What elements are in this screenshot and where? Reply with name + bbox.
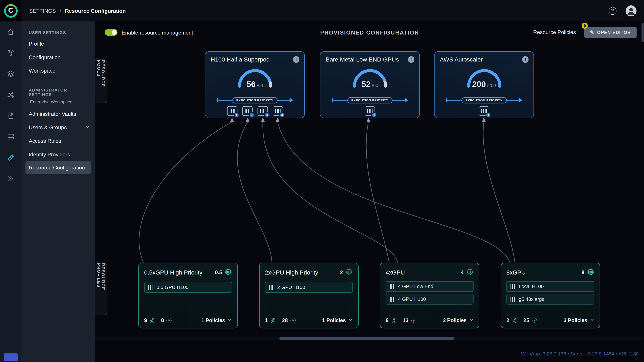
app-logo[interactable]: C [0, 0, 21, 21]
policies-dropdown[interactable]: 3 Policies [564, 318, 594, 323]
pool-card-h100[interactable]: H100 Half a Superpod i 56 /64 EXECUTION … [205, 51, 305, 118]
policies-dropdown[interactable]: 1 Policies [202, 318, 232, 323]
profile-gpu-count: 8 [582, 268, 594, 277]
pool-card-bare-metal[interactable]: Bare Metal Low END GPUs i 52 /60 EXECUTI… [320, 51, 420, 118]
pending-jobs-icon [410, 317, 417, 324]
queue-item[interactable]: 4 GPU Low End [386, 281, 474, 292]
reports-icon[interactable] [6, 112, 15, 120]
running-count: 1 [265, 317, 268, 324]
priority-badge: 1 [371, 112, 377, 118]
breadcrumb-separator: / [60, 7, 61, 14]
breadcrumb-settings[interactable]: SETTINGS [29, 7, 56, 14]
profile-slot-1[interactable]: 1 [227, 106, 237, 116]
queue-item[interactable]: 0.5 GPU H100 [144, 282, 232, 293]
queue-item[interactable]: g5.48xlarge [506, 294, 594, 305]
gpu-icon [510, 297, 515, 302]
gpu-chip-icon [466, 268, 474, 277]
queue-item[interactable]: 2 GPU H100 [265, 282, 353, 293]
sidebar-item-configuration[interactable]: Configuration [21, 50, 95, 64]
pool-used-count: 56 [246, 80, 256, 89]
gpu-icon [275, 109, 280, 113]
gpu-icon [230, 109, 235, 113]
gpu-icon [510, 284, 515, 289]
profile-card-4xgpu[interactable]: 4xGPU 4 4 GPU Low End 4 GPU H100 8 [380, 263, 479, 328]
datasets-icon[interactable] [6, 70, 15, 78]
pool-usage-gauge: 56 /64 [234, 65, 276, 88]
resource-policies-link[interactable]: Resource Policies [533, 29, 576, 35]
profile-name: 0.5xGPU High Priority [144, 269, 202, 276]
profile-slot-3[interactable]: 3 [257, 106, 268, 116]
settings-sidebar: USER SETTINGS Profile Configuration Work… [21, 21, 95, 362]
pool-usage-gauge: 52 /60 [349, 65, 390, 88]
gpu-icon [269, 285, 274, 290]
chevron-down-icon [590, 318, 594, 323]
applications-icon[interactable] [6, 153, 15, 162]
getting-started-icon[interactable] [6, 174, 15, 183]
models-icon[interactable] [6, 49, 15, 57]
gpu-chip-icon [587, 268, 594, 277]
arrow-right-icon [405, 98, 408, 102]
vertical-scrollbar[interactable] [642, 23, 644, 42]
home-icon[interactable] [6, 28, 15, 36]
pool-title: H100 Half a Superpod [211, 56, 299, 63]
rail-bottom-tile[interactable] [4, 354, 18, 361]
queues-icon[interactable] [6, 133, 15, 141]
running-jobs-icon [270, 317, 276, 324]
pool-used-count: 200 [472, 80, 486, 89]
sidebar-item-users-groups[interactable]: Users & Groups [21, 121, 95, 134]
queue-item[interactable]: 4 GPU H100 [386, 294, 474, 305]
profile-card-8xgpu[interactable]: 8xGPU 8 Local H100 g5.48xlarge 2 [500, 263, 600, 328]
sidebar-divider [26, 82, 91, 82]
open-editor-button[interactable]: ✎ OPEN EDITOR [584, 27, 636, 38]
help-icon[interactable]: ? [608, 7, 616, 14]
info-icon[interactable]: i [293, 56, 299, 63]
horizontal-scrollbar[interactable] [279, 337, 454, 340]
sidebar-item-profile[interactable]: Profile [21, 37, 95, 50]
gpu-chip-icon [225, 268, 232, 277]
pending-jobs-icon [290, 317, 296, 324]
info-icon[interactable]: i [408, 56, 414, 63]
resource-profiles-label: RESOURCE PROFILES [95, 263, 107, 315]
profile-card-2xgpu[interactable]: 2xGPU High Priority 2 2 GPU H100 1 28 [259, 263, 358, 328]
profile-slot-1[interactable]: 1 [479, 106, 489, 116]
execution-priority-axis: EXECUTION PRIORITY [332, 97, 408, 103]
profile-card-05xgpu[interactable]: 0.5xGPU High Priority 0.5 0.5 GPU H100 9… [138, 263, 238, 328]
sidebar-item-resource-configuration[interactable]: Resource Configuration [26, 161, 91, 174]
pool-profile-slots: 1 2 3 4 [205, 106, 304, 116]
profile-gpu-count: 2 [340, 268, 353, 277]
execution-priority-pill: EXECUTION PRIORITY [461, 97, 507, 103]
gpu-icon [148, 285, 153, 290]
profile-slot-4[interactable]: 4 [272, 106, 283, 116]
sidebar-item-administrator-vaults[interactable]: Administrator Vaults [21, 107, 95, 121]
running-count: 9 [144, 317, 147, 324]
pool-title: AWS Autoscaler [440, 56, 528, 63]
execution-priority-axis: EXECUTION PRIORITY [446, 97, 522, 103]
admin-settings-header: ADMINISTRATOR SETTINGS [21, 83, 95, 99]
profile-slot-1[interactable]: 1 [365, 106, 375, 116]
user-avatar[interactable] [626, 5, 636, 16]
chevron-down-icon [85, 124, 90, 131]
gpu-icon [390, 284, 394, 289]
policies-dropdown[interactable]: 2 Policies [443, 318, 474, 323]
topbar: SETTINGS / Resource Configuration ? [21, 0, 644, 21]
profile-slot-2[interactable]: 2 [242, 106, 252, 116]
pool-total-count: /64 [257, 83, 263, 88]
breadcrumb: SETTINGS / Resource Configuration [29, 0, 126, 21]
running-count: 2 [506, 317, 510, 324]
sidebar-item-identity-providers[interactable]: Identity Providers [21, 148, 95, 161]
info-icon[interactable]: i [522, 56, 528, 63]
profile-name: 4xGPU [386, 269, 405, 276]
queue-item[interactable]: Local H100 [506, 281, 594, 292]
priority-badge: 1 [486, 112, 491, 118]
sidebar-item-workspace[interactable]: Workspace [21, 64, 95, 78]
pool-used-count: 52 [362, 80, 371, 89]
pending-count: 28 [282, 317, 288, 324]
policies-dropdown[interactable]: 1 Policies [322, 318, 353, 323]
chevron-down-icon [469, 318, 474, 323]
breadcrumb-current-page: Resource Configuration [65, 7, 126, 14]
profile-name: 2xGPU High Priority [265, 269, 318, 276]
version-footer: WebApp: 3.23.0-136 • Server: 3.23.0-1464… [521, 351, 639, 357]
pool-card-aws-autoscaler[interactable]: AWS Autoscaler i 200 /200 EXECUTION PRIO… [434, 51, 534, 118]
sidebar-item-access-rules[interactable]: Access Rules [21, 134, 95, 148]
orchestration-icon[interactable] [6, 91, 15, 99]
